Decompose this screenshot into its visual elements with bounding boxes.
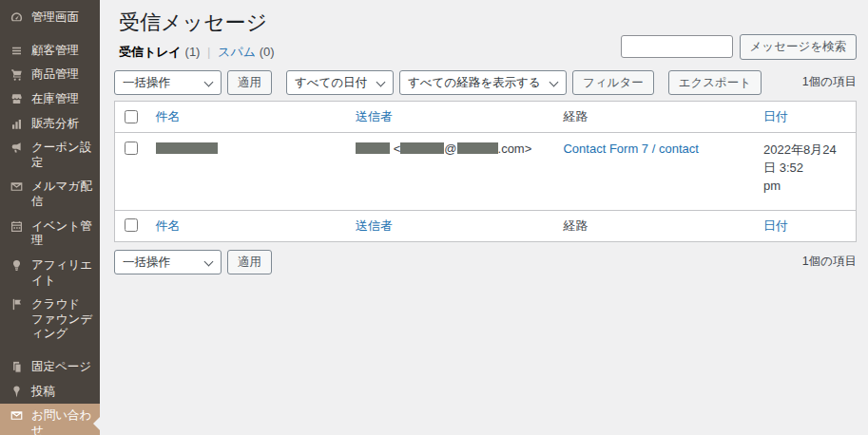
table-row: <@.com> Contact Form 7 / contact 2022年8月… xyxy=(115,133,857,211)
date-filter-select[interactable]: すべての日付 xyxy=(286,70,394,95)
table-header-row: 件名 送信者 経路 日付 xyxy=(115,102,857,133)
bulk-action-select-wrap: 一括操作 xyxy=(114,70,222,95)
redacted-sender-name xyxy=(356,142,390,154)
export-button[interactable]: エクスポート xyxy=(668,70,762,96)
envelope-icon xyxy=(10,408,24,423)
email-icon xyxy=(10,180,24,194)
sidebar-item-products[interactable]: 商品管理 xyxy=(0,63,100,87)
sender-at-sign: @ xyxy=(444,142,456,156)
item-count-bottom: 1個の項目 xyxy=(802,254,857,270)
lightbulb-icon xyxy=(10,258,24,273)
apply-button-bottom[interactable]: 適用 xyxy=(227,250,272,275)
column-header-from[interactable]: 送信者 xyxy=(356,109,393,123)
apply-button[interactable]: 適用 xyxy=(227,70,272,96)
sidebar-item-posts[interactable]: 投稿 xyxy=(0,380,100,405)
cart-icon xyxy=(10,67,24,82)
channel-filter-select[interactable]: すべての経路を表示する xyxy=(399,70,567,95)
sidebar-item-label: 管理画面 xyxy=(31,10,79,26)
date-cell: 2022年8月24日 3:52 pm xyxy=(754,133,856,211)
pages-icon xyxy=(10,360,24,374)
admin-sidebar: 管理画面 顧客管理 商品管理 在庫管理 販売分析 クーポン設定 メルマガ配信 イ… xyxy=(0,0,100,435)
tablenav-top: 一括操作 適用 すべての日付 すべての経路を表示する フィルター エクスポート … xyxy=(114,70,857,96)
tablenav-bottom: 一括操作 適用 1個の項目 xyxy=(114,250,857,275)
sidebar-item-label: 固定ページ xyxy=(31,360,91,375)
inbox-count: (1) xyxy=(185,45,201,59)
sidebar-item-label: 顧客管理 xyxy=(31,44,79,59)
sidebar-item-pages[interactable]: 固定ページ xyxy=(0,355,100,380)
table-footer-row: 件名 送信者 経路 日付 xyxy=(115,210,857,241)
column-header-channel: 経路 xyxy=(563,109,588,123)
dashboard-icon xyxy=(10,10,24,25)
sidebar-item-newsletter[interactable]: メルマガ配信 xyxy=(0,175,100,214)
bulk-action-select-bottom[interactable]: 一括操作 xyxy=(114,250,222,274)
megaphone-icon xyxy=(10,141,24,155)
sidebar-item-sales-analytics[interactable]: 販売分析 xyxy=(0,112,100,137)
sidebar-item-label: メルマガ配信 xyxy=(31,180,96,209)
sidebar-item-label: 投稿 xyxy=(31,385,55,400)
main-content: 受信メッセージ メッセージを検索 受信トレイ (1) | スパム (0) 一括操… xyxy=(100,0,868,435)
select-all-checkbox-top[interactable] xyxy=(125,110,138,123)
sidebar-item-label: クーポン設定 xyxy=(31,141,96,170)
redacted-email-user xyxy=(400,142,444,154)
sender-open-bracket: < xyxy=(394,142,401,156)
sender-cell: <@.com> xyxy=(346,133,553,211)
view-inbox[interactable]: 受信トレイ xyxy=(119,45,182,59)
date-filter-select-wrap: すべての日付 xyxy=(286,70,394,95)
bulk-action-select[interactable]: 一括操作 xyxy=(114,70,222,95)
list-icon xyxy=(10,44,24,58)
flag-icon xyxy=(10,297,24,312)
channel-cell: Contact Form 7 / contact xyxy=(553,133,754,211)
sender-suffix: .com> xyxy=(498,142,532,156)
calendar-icon xyxy=(10,219,24,234)
search-input[interactable] xyxy=(621,35,733,58)
row-checkbox[interactable] xyxy=(125,142,138,155)
sidebar-item-label: 商品管理 xyxy=(31,67,79,83)
view-spam-link[interactable]: スパム xyxy=(218,45,256,59)
messages-table: 件名 送信者 経路 日付 <@.com> Contact Form 7 / co… xyxy=(114,101,857,242)
sidebar-item-label: お問い合わせ xyxy=(31,408,96,435)
column-header-subject[interactable]: 件名 xyxy=(156,109,181,123)
sidebar-item-label: イベント管理 xyxy=(31,219,96,249)
sidebar-item-label: アフィリエイト xyxy=(31,258,96,288)
store-icon xyxy=(10,92,24,106)
bulk-action-select-wrap-bottom: 一括操作 xyxy=(114,250,222,274)
redacted-subject xyxy=(156,142,218,154)
column-footer-date[interactable]: 日付 xyxy=(763,218,788,233)
channel-link-contact-form-7[interactable]: Contact Form 7 xyxy=(563,142,648,156)
sidebar-item-affiliate[interactable]: アフィリエイト xyxy=(0,254,100,293)
sidebar-item-inventory[interactable]: 在庫管理 xyxy=(0,87,100,112)
pushpin-icon xyxy=(10,385,24,399)
date-line-1: 2022年8月24日 3:52 xyxy=(763,142,846,178)
search-box: メッセージを検索 xyxy=(621,34,857,60)
page-title: 受信メッセージ xyxy=(114,0,857,37)
filter-button[interactable]: フィルター xyxy=(572,70,654,96)
view-separator: | xyxy=(207,45,210,59)
redacted-email-domain xyxy=(457,142,498,154)
sidebar-item-events[interactable]: イベント管理 xyxy=(0,215,100,254)
sidebar-item-label: 販売分析 xyxy=(31,117,79,132)
search-messages-button[interactable]: メッセージを検索 xyxy=(740,34,857,60)
spam-count: (0) xyxy=(260,45,275,59)
sidebar-item-customers[interactable]: 顧客管理 xyxy=(0,39,100,64)
channel-link-contact[interactable]: contact xyxy=(659,142,699,156)
channel-filter-select-wrap: すべての経路を表示する xyxy=(399,70,567,95)
channel-separator: / xyxy=(652,142,656,156)
sidebar-item-coupons[interactable]: クーポン設定 xyxy=(0,136,100,175)
column-footer-subject[interactable]: 件名 xyxy=(156,218,181,233)
bar-chart-icon xyxy=(10,117,24,131)
sidebar-item-contact[interactable]: お問い合わせ xyxy=(0,404,100,435)
sidebar-item-crowdfunding[interactable]: クラウド ファウンディング xyxy=(0,293,100,347)
item-count-top: 1個の項目 xyxy=(802,74,857,90)
sidebar-item-dashboard[interactable]: 管理画面 xyxy=(0,6,100,30)
sidebar-item-label: クラウド ファウンディング xyxy=(31,297,96,342)
select-all-checkbox-bottom[interactable] xyxy=(125,218,138,232)
column-footer-channel: 経路 xyxy=(563,218,588,233)
date-line-2: pm xyxy=(763,178,846,196)
sidebar-item-label: 在庫管理 xyxy=(31,92,79,107)
column-footer-from[interactable]: 送信者 xyxy=(356,218,393,233)
column-header-date[interactable]: 日付 xyxy=(763,109,788,123)
